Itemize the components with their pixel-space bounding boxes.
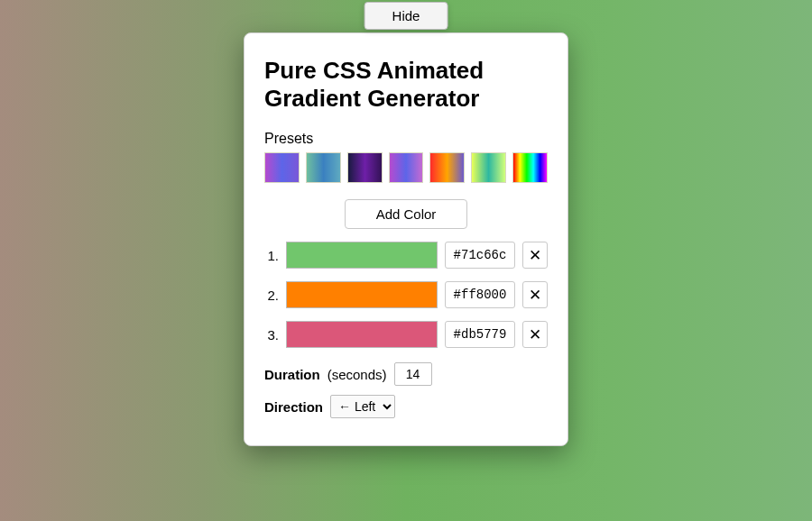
hex-input-1[interactable] (445, 242, 515, 269)
direction-label: Direction (264, 399, 323, 415)
control-panel: Pure CSS Animated Gradient Generator Pre… (244, 32, 568, 446)
color-list: 1. ✕ 2. ✕ 3. ✕ (264, 242, 548, 348)
duration-row: Duration (seconds) (264, 362, 548, 386)
duration-label: Duration (264, 367, 320, 382)
color-row: 3. ✕ (264, 321, 548, 348)
remove-color-1[interactable]: ✕ (522, 242, 548, 269)
color-row: 2. ✕ (264, 281, 548, 308)
close-icon: ✕ (529, 248, 541, 263)
remove-color-3[interactable]: ✕ (522, 321, 548, 348)
page-title: Pure CSS Animated Gradient Generator (264, 57, 548, 113)
duration-unit: (seconds) (328, 367, 387, 382)
preset-6[interactable] (512, 152, 548, 183)
add-color-button[interactable]: Add Color (345, 199, 468, 229)
duration-input[interactable] (394, 362, 432, 386)
remove-color-2[interactable]: ✕ (522, 281, 548, 308)
direction-row: Direction ← Left (264, 395, 548, 418)
color-swatch-3[interactable] (286, 321, 438, 348)
direction-select[interactable]: ← Left (330, 395, 395, 418)
close-icon: ✕ (529, 327, 541, 343)
preset-4[interactable] (429, 152, 465, 183)
preset-1[interactable] (306, 152, 341, 183)
hex-input-3[interactable] (445, 321, 515, 348)
close-icon: ✕ (529, 288, 541, 303)
presets-row (264, 152, 548, 183)
color-swatch-2[interactable] (286, 281, 438, 308)
preset-5[interactable] (471, 152, 506, 183)
hide-button[interactable]: Hide (364, 2, 448, 30)
preset-2[interactable] (347, 152, 383, 183)
color-swatch-1[interactable] (286, 242, 438, 269)
color-row: 1. ✕ (264, 242, 548, 269)
color-index: 1. (264, 248, 279, 263)
preset-3[interactable] (389, 152, 424, 183)
color-index: 3. (264, 327, 279, 343)
presets-label: Presets (264, 131, 548, 147)
hex-input-2[interactable] (445, 281, 515, 308)
color-index: 2. (264, 288, 279, 303)
preset-0[interactable] (264, 152, 300, 183)
